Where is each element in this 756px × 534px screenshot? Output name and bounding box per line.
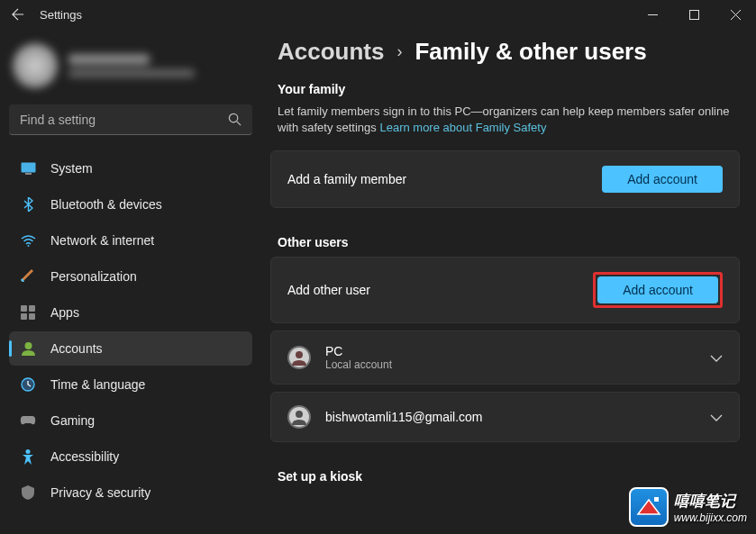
add-other-label: Add other user bbox=[287, 283, 370, 297]
arrow-left-icon bbox=[12, 8, 24, 21]
breadcrumb: Accounts › Family & other users bbox=[270, 38, 740, 66]
svg-point-13 bbox=[296, 351, 303, 358]
minimize-button[interactable] bbox=[632, 0, 673, 29]
clock-icon bbox=[20, 376, 36, 393]
chevron-down-icon bbox=[710, 409, 723, 425]
apps-icon bbox=[20, 304, 36, 321]
user-name-blurred bbox=[68, 54, 150, 65]
svg-rect-5 bbox=[21, 305, 27, 312]
sidebar-item-label: Network & internet bbox=[50, 233, 154, 248]
back-button[interactable] bbox=[7, 4, 29, 25]
accessibility-icon bbox=[20, 448, 36, 465]
highlighted-add-button: Add account bbox=[593, 272, 723, 308]
your-family-heading: Your family bbox=[278, 82, 740, 96]
sidebar-item-label: Accessibility bbox=[50, 449, 119, 464]
sidebar-item-label: Apps bbox=[50, 305, 79, 320]
user-email-blurred bbox=[68, 69, 195, 77]
sidebar-item-time-language[interactable]: Time & language bbox=[9, 367, 252, 402]
user-row-email[interactable]: bishwotamli115@gmail.com bbox=[270, 392, 740, 442]
bluetooth-icon bbox=[20, 196, 36, 213]
svg-point-9 bbox=[24, 342, 32, 349]
sidebar-item-apps[interactable]: Apps bbox=[9, 295, 252, 330]
close-button[interactable] bbox=[715, 0, 756, 29]
chevron-down-icon bbox=[710, 349, 723, 366]
kiosk-heading: Set up a kiosk bbox=[278, 469, 740, 484]
add-family-member-card: Add a family member Add account bbox=[270, 150, 740, 208]
avatar bbox=[287, 405, 311, 429]
window-title: Settings bbox=[40, 8, 82, 22]
sidebar-item-accessibility[interactable]: Accessibility bbox=[9, 439, 252, 474]
svg-point-1 bbox=[229, 113, 237, 122]
svg-rect-2 bbox=[21, 163, 35, 173]
svg-rect-8 bbox=[29, 313, 35, 320]
svg-point-15 bbox=[296, 411, 303, 418]
sidebar-item-network[interactable]: Network & internet bbox=[9, 223, 252, 258]
sidebar-item-label: Personalization bbox=[50, 269, 137, 284]
sidebar-item-label: Accounts bbox=[50, 341, 103, 356]
sidebar-item-personalization[interactable]: Personalization bbox=[9, 259, 252, 294]
shield-icon bbox=[20, 484, 36, 501]
gamepad-icon bbox=[20, 412, 36, 429]
paintbrush-icon bbox=[20, 268, 36, 285]
close-icon bbox=[731, 10, 741, 20]
system-icon bbox=[20, 160, 36, 176]
svg-rect-3 bbox=[25, 173, 32, 175]
other-users-heading: Other users bbox=[278, 235, 740, 249]
svg-point-11 bbox=[26, 449, 31, 454]
user-row-pc[interactable]: PC Local account bbox=[270, 330, 740, 385]
user-type: Local account bbox=[325, 358, 392, 371]
sidebar-item-system[interactable]: System bbox=[9, 151, 252, 186]
person-icon bbox=[20, 340, 36, 357]
sidebar-item-gaming[interactable]: Gaming bbox=[9, 403, 252, 438]
user-name: PC bbox=[325, 344, 392, 358]
breadcrumb-current: Family & other users bbox=[414, 38, 646, 66]
add-family-account-button[interactable]: Add account bbox=[602, 166, 723, 193]
maximize-button[interactable] bbox=[673, 0, 715, 29]
avatar bbox=[287, 346, 311, 369]
avatar bbox=[13, 43, 58, 88]
sidebar-item-label: Gaming bbox=[50, 413, 95, 428]
add-family-label: Add a family member bbox=[287, 172, 406, 186]
svg-rect-0 bbox=[689, 10, 698, 19]
sidebar-item-bluetooth[interactable]: Bluetooth & devices bbox=[9, 187, 252, 222]
add-other-account-button[interactable]: Add account bbox=[597, 276, 718, 303]
add-other-user-card: Add other user Add account bbox=[270, 257, 740, 323]
search-icon bbox=[228, 113, 241, 126]
chevron-right-icon: › bbox=[396, 42, 402, 61]
svg-rect-7 bbox=[21, 313, 27, 320]
sidebar-item-label: Privacy & security bbox=[50, 485, 150, 500]
sidebar-item-accounts[interactable]: Accounts bbox=[9, 331, 252, 366]
maximize-icon bbox=[689, 10, 699, 20]
family-safety-link[interactable]: Learn more about Family Safety bbox=[379, 121, 546, 134]
breadcrumb-parent[interactable]: Accounts bbox=[278, 38, 384, 66]
svg-point-4 bbox=[27, 245, 29, 247]
wifi-icon bbox=[20, 232, 36, 249]
sidebar-item-label: Bluetooth & devices bbox=[50, 197, 162, 212]
current-user-block[interactable] bbox=[9, 36, 252, 95]
minimize-icon bbox=[648, 10, 658, 20]
user-name: bishwotamli115@gmail.com bbox=[325, 410, 483, 424]
sidebar-item-label: Time & language bbox=[50, 377, 145, 392]
svg-rect-6 bbox=[29, 305, 35, 312]
family-description: Let family members sign in to this PC—or… bbox=[278, 104, 740, 136]
search-input[interactable] bbox=[20, 113, 228, 127]
sidebar-item-label: System bbox=[50, 161, 93, 176]
sidebar-item-privacy[interactable]: Privacy & security bbox=[9, 475, 252, 510]
search-box[interactable] bbox=[9, 104, 252, 135]
